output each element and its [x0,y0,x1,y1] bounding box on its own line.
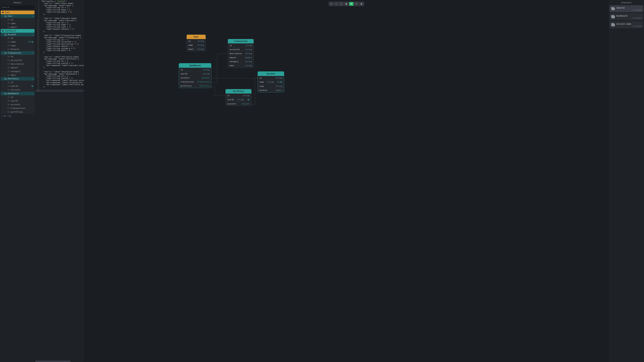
entity-user[interactable]: Useridstringnamestringemailstring [186,34,206,51]
fit-button[interactable]: ⛶ [339,2,344,6]
field-id[interactable]: id [1,36,34,40]
diagram-canvas[interactable]: +−⛶▦👁+▤ Useridstringnamestringemailstrin… [84,0,609,362]
field-accountId[interactable]: accountId [1,58,34,62]
entity-header[interactable]: Transaction [228,39,254,43]
svg-rect-20 [9,111,10,112]
layout-button[interactable]: ▦ [344,2,348,6]
add-button[interactable]: + [354,2,358,6]
field-id[interactable]: id [1,18,34,22]
field-row[interactable]: idstring [258,76,284,80]
svg-rect-7 [9,56,10,57]
code-content[interactable]: "kw">syntax = "proto3"; "cmt">// "ident"… [41,0,84,88]
entity-account[interactable]: Accountidstringnamestringtypestringbalan… [258,71,284,92]
folder-icon [4,33,7,36]
entity-header[interactable]: Account [258,71,284,76]
horizontal-scrollbar[interactable] [35,361,70,362]
field-type[interactable]: type [1,44,34,47]
visibility-button[interactable]: 👁 [349,2,354,6]
channel-general[interactable]: General1 messages [610,5,643,12]
field-portfolios[interactable]: portfolios [1,110,34,114]
field-userId[interactable]: userId [1,99,34,103]
field-category[interactable]: category [1,69,34,73]
field-accounts[interactable]: accounts [1,88,34,92]
folder-icon [4,78,7,80]
svg-rect-13 [9,82,10,83]
field-balance[interactable]: balance [1,47,34,51]
field-id[interactable]: id [1,95,34,99]
entity-transaction[interactable]: TransactionidstringaccountIdstringdescri… [228,39,254,68]
field-row[interactable]: accountIdstring [228,47,254,51]
field-description[interactable]: description [1,62,34,66]
tag-user[interactable]: User⌄ [1,10,34,14]
thread-icon [247,98,250,101]
entity-header[interactable]: User [187,35,206,39]
chevron-down-icon: ⌄ [32,30,34,32]
channel-account-name[interactable]: Account.name1 messages [610,21,643,28]
svg-rect-17 [9,100,10,101]
field-row[interactable]: idstring [228,43,254,47]
zoom-out-button[interactable]: − [334,2,338,6]
field-row[interactable]: accountsAccount [179,76,211,80]
field-row[interactable]: userIdstring [226,97,252,102]
thread-icon [280,81,282,83]
comment-icon [277,81,280,83]
zoom-in-button[interactable]: + [329,2,334,6]
field-amount[interactable]: amount [1,66,34,69]
field-row[interactable]: namestring [258,80,284,84]
field-accounts[interactable]: accounts [1,103,34,106]
models-sidebar: Models User⌄User⌄idnameemailDashboard⌄Ac… [0,0,35,362]
model-account[interactable]: Account⌄ [1,33,34,36]
field-date[interactable]: date [1,73,34,77]
canvas-toolbar: +−⛶▦👁+▤ [328,1,364,6]
model-transaction[interactable]: Transaction⌄ [1,51,34,55]
field-row[interactable]: amountdouble [228,55,254,59]
field-row[interactable]: accountsAccount [226,102,252,106]
file-icon [8,66,10,69]
field-id[interactable]: id [1,55,34,58]
field-row[interactable]: userIdstring [179,72,211,76]
file-icon [8,85,10,87]
entity-portfolio[interactable]: PortfolioidstringuserIdstringaccountsAcc… [226,89,252,106]
field-transactions[interactable]: transactions [1,106,34,110]
field-row[interactable]: idstring [187,39,206,43]
field-row[interactable]: datestring [228,63,254,67]
svg-rect-3 [9,38,10,38]
field-row[interactable]: descriptionstring [228,51,254,55]
model-portfolio[interactable]: Portfolio⌄ [1,77,34,81]
no-tag-section[interactable]: ▢ No tag ⌄ [1,114,34,118]
chevron-down-icon: ⌄ [32,34,34,35]
svg-rect-5 [9,45,10,46]
field-row[interactable]: idstring [179,68,211,72]
svg-rect-16 [9,97,10,97]
field-name[interactable]: name [1,40,34,44]
entity-dashboard[interactable]: DashboardidstringuserIdstringaccountsAcc… [179,63,211,88]
channel-dashboard[interactable]: Dashboard1 messages [610,13,643,20]
file-icon [8,111,10,113]
save-button[interactable]: ▤ [359,2,364,6]
search-input[interactable] [1,5,34,9]
model-dashboard[interactable]: Dashboard⌄ [1,92,34,95]
field-row[interactable]: balancedouble [258,88,284,92]
field-email[interactable]: email [1,25,34,29]
entity-header[interactable]: Dashboard [179,63,211,68]
tag-dashboard[interactable]: Dashboard⌄ [1,29,34,33]
field-row[interactable]: portfoliosPortfolio [179,84,211,88]
file-icon [8,103,10,106]
field-name[interactable]: name [1,22,34,25]
chat-icon [611,6,615,11]
field-row[interactable]: idstring [226,93,252,97]
field-row[interactable]: typestring [258,84,284,88]
field-row[interactable]: categorystring [228,59,254,63]
field-row[interactable]: emailstring [187,47,206,51]
model-user[interactable]: User⌄ [1,14,34,18]
file-icon [8,59,10,61]
field-row[interactable]: transactionsTransaction [179,80,211,84]
field-userId[interactable]: userId [1,84,34,88]
code-editor[interactable]: 1 2 3 4 5 6 7 8 9 10 11 12 13 14 15 16 1… [35,0,84,362]
folder-icon [4,15,7,17]
entity-header[interactable]: Portfolio [226,89,252,93]
field-row[interactable]: namestring [187,43,206,47]
field-id[interactable]: id [1,81,34,84]
chevron-down-icon: ⌄ [32,15,34,17]
file-icon [8,96,10,98]
